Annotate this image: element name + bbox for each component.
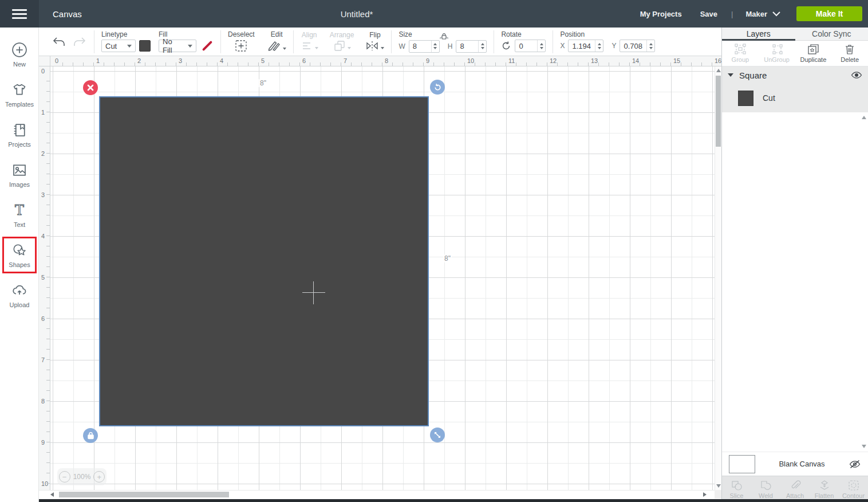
zoom-in-button[interactable]: +: [93, 471, 105, 483]
y-label: Y: [611, 42, 616, 50]
scroll-right-arrow-icon[interactable]: [703, 492, 707, 497]
visibility-off-eye-icon[interactable]: [849, 460, 861, 469]
ruler-v-number: 6: [41, 315, 45, 322]
rotate-stepper[interactable]: [537, 40, 545, 52]
machine-selector[interactable]: Maker: [745, 10, 780, 18]
ruler-h-number: 16: [715, 57, 721, 64]
menu-icon[interactable]: [0, 0, 39, 28]
arrange-icon: [333, 40, 346, 52]
ungroup-button-disabled: UnGroup: [759, 41, 795, 66]
layer-color-swatch[interactable]: [738, 91, 753, 106]
height-value: 8: [456, 42, 478, 50]
sidebar-item-label: Text: [14, 221, 25, 228]
flip-label: Flip: [369, 32, 380, 38]
sidebar-item-label: Images: [9, 181, 30, 188]
my-projects-link[interactable]: My Projects: [640, 10, 682, 18]
ruler-h-number: 5: [261, 57, 265, 64]
y-position-input[interactable]: 0.708: [620, 40, 655, 52]
sidebar-item-label: Upload: [10, 301, 30, 308]
weld-label: Weld: [759, 492, 773, 499]
width-input[interactable]: 8: [409, 40, 440, 53]
x-position-input[interactable]: 1.194: [568, 40, 603, 52]
x-position-stepper[interactable]: [595, 40, 603, 52]
canvas-horizontal-scrollbar[interactable]: [39, 490, 715, 499]
slice-button-disabled: Slice: [722, 476, 751, 502]
sidebar-item-text[interactable]: T Text: [0, 195, 39, 235]
left-sidebar: New Templates Projects Images T Text: [0, 28, 39, 502]
visibility-eye-icon[interactable]: [851, 71, 862, 79]
canvas-object-square[interactable]: [99, 96, 429, 426]
no-fill-slash-icon[interactable]: [200, 40, 214, 52]
edit-button[interactable]: Edit: [267, 31, 286, 52]
layer-group-header[interactable]: Square: [722, 66, 868, 84]
ruler-v-number: 4: [41, 233, 45, 240]
tab-color-sync-label: Color Sync: [812, 29, 851, 38]
scroll-up-arrow-icon[interactable]: [716, 69, 721, 72]
delete-selection-handle[interactable]: [83, 80, 98, 95]
layer-row-cut[interactable]: Cut: [722, 84, 868, 112]
delete-button[interactable]: Delete: [831, 41, 868, 66]
ruler-v-number: 2: [41, 150, 45, 157]
deselect-label: Deselect: [228, 31, 255, 38]
zoom-out-button[interactable]: −: [59, 471, 70, 483]
delete-label: Delete: [841, 56, 859, 63]
canvas-workspace[interactable]: 012345678910111213141516 012345678910 8"…: [39, 56, 721, 499]
attach-label: Attach: [786, 492, 804, 499]
tab-color-sync[interactable]: Color Sync: [795, 28, 868, 40]
height-input[interactable]: 8: [456, 40, 487, 53]
linetype-select[interactable]: Cut: [101, 40, 136, 52]
canvas-vertical-scrollbar[interactable]: [715, 66, 721, 490]
resize-selection-handle[interactable]: [430, 428, 445, 442]
y-position-stepper[interactable]: [646, 40, 654, 52]
height-label: H: [448, 42, 453, 50]
panel-scroll-up-icon[interactable]: [862, 116, 866, 119]
rotate-input[interactable]: 0: [515, 40, 546, 52]
horizontal-scroll-thumb[interactable]: [59, 492, 229, 497]
selection-height-label: 8": [443, 254, 452, 262]
redo-icon[interactable]: [72, 36, 87, 48]
position-label: Position: [560, 31, 655, 38]
scroll-down-arrow-icon[interactable]: [716, 484, 721, 488]
blank-canvas-swatch[interactable]: [729, 455, 755, 473]
duplicate-button[interactable]: Duplicate: [795, 41, 832, 66]
vertical-scroll-thumb[interactable]: [716, 76, 721, 147]
sidebar-item-projects[interactable]: Projects: [0, 115, 39, 155]
ruler-h-number: 8: [385, 57, 388, 64]
make-it-button[interactable]: Make It: [796, 6, 862, 21]
ungroup-label: UnGroup: [764, 56, 790, 63]
layer-name: Square: [739, 70, 851, 80]
panel-scroll-down-icon[interactable]: [862, 445, 866, 448]
collapse-triangle-icon[interactable]: [728, 73, 733, 77]
undo-icon[interactable]: [52, 36, 66, 48]
sidebar-item-templates[interactable]: Templates: [0, 74, 39, 115]
width-label: W: [399, 42, 405, 50]
x-label: X: [560, 42, 565, 50]
rotate-icon[interactable]: [501, 41, 511, 51]
width-stepper[interactable]: [431, 41, 439, 52]
rotate-selection-handle[interactable]: [430, 80, 445, 95]
height-stepper[interactable]: [478, 41, 486, 52]
align-label: Align: [302, 32, 317, 38]
lock-selection-handle[interactable]: [83, 428, 98, 443]
flip-icon: [365, 40, 379, 52]
sidebar-item-label: Projects: [8, 141, 31, 148]
deselect-button[interactable]: Deselect: [228, 31, 255, 52]
size-lock-icon[interactable]: [440, 32, 448, 40]
caret-down-icon: [188, 45, 192, 48]
document-title: Untitled*: [341, 9, 373, 19]
save-link[interactable]: Save: [700, 10, 717, 18]
sidebar-item-upload[interactable]: Upload: [0, 275, 39, 315]
fill-select[interactable]: No Fill: [159, 40, 196, 52]
blank-canvas-row[interactable]: Blank Canvas: [722, 452, 868, 476]
sidebar-item-new[interactable]: New: [0, 34, 39, 74]
edit-label: Edit: [271, 31, 283, 38]
scroll-left-arrow-icon[interactable]: [50, 492, 54, 497]
tab-layers[interactable]: Layers: [722, 28, 795, 40]
canvas-grid[interactable]: 8" 8": [50, 66, 715, 490]
selection-width-label: 8": [259, 79, 267, 87]
linetype-color-swatch[interactable]: [139, 40, 151, 52]
layer-list-empty-area: [722, 112, 868, 452]
sidebar-item-images[interactable]: Images: [0, 155, 39, 195]
flip-button[interactable]: Flip: [365, 32, 384, 52]
sidebar-item-shapes[interactable]: Shapes: [0, 235, 39, 275]
